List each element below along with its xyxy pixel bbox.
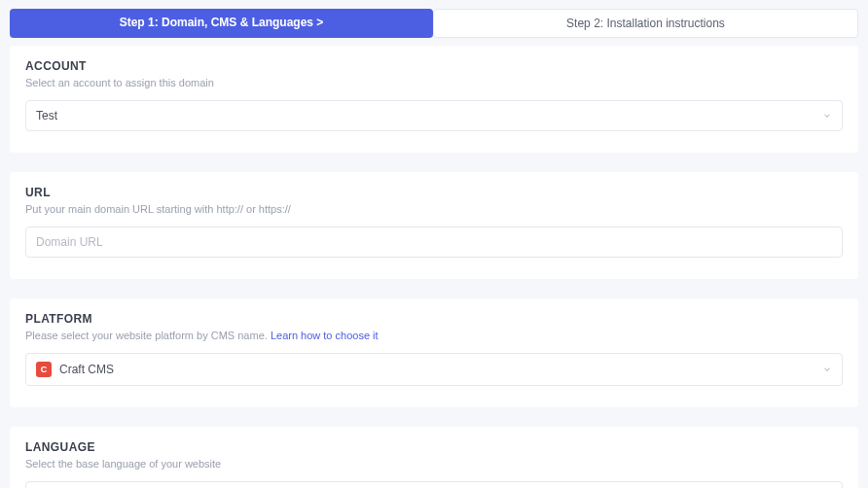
language-card: LANGUAGE Select the base language of you…: [10, 427, 858, 488]
account-title: ACCOUNT: [25, 59, 843, 73]
platform-card: PLATFORM Please select your website plat…: [10, 298, 858, 407]
platform-select[interactable]: C Craft CMS: [25, 353, 843, 386]
language-title: LANGUAGE: [25, 440, 843, 454]
platform-sub-text: Please select your website platform by C…: [25, 330, 271, 341]
account-card: ACCOUNT Select an account to assign this…: [10, 46, 858, 153]
craft-cms-icon: C: [36, 362, 52, 377]
platform-subtitle: Please select your website platform by C…: [25, 330, 843, 341]
language-subtitle: Select the base language of your website: [25, 458, 843, 470]
url-card: URL Put your main domain URL starting wi…: [10, 172, 858, 279]
chevron-down-icon: [822, 365, 832, 374]
account-select[interactable]: Test: [25, 100, 843, 131]
url-input[interactable]: [36, 235, 832, 249]
url-subtitle: Put your main domain URL starting with h…: [25, 203, 843, 215]
account-select-value: Test: [36, 109, 57, 122]
platform-title: PLATFORM: [25, 312, 843, 326]
tab-step2[interactable]: Step 2: Installation instructions: [433, 9, 858, 38]
language-select[interactable]: English: [25, 481, 843, 488]
account-subtitle: Select an account to assign this domain: [25, 77, 843, 88]
learn-how-link[interactable]: Learn how to choose it: [271, 330, 379, 341]
url-title: URL: [25, 186, 843, 199]
url-input-wrapper: [25, 227, 843, 258]
chevron-down-icon: [822, 111, 832, 121]
platform-select-value: Craft CMS: [59, 363, 114, 376]
wizard-tabs: Step 1: Domain, CMS & Languages > Step 2…: [0, 0, 868, 38]
tab-step1[interactable]: Step 1: Domain, CMS & Languages >: [10, 9, 433, 38]
